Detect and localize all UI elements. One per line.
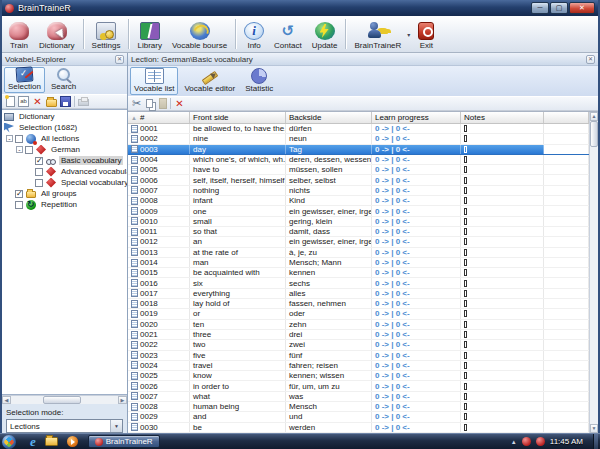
tree-expander-icon[interactable]: -	[6, 135, 13, 142]
start-button[interactable]	[2, 435, 16, 449]
tab-search[interactable]: Search	[47, 67, 80, 93]
table-row[interactable]: 0014manMensch; Mann0 -> | 0 <-	[128, 258, 589, 268]
table-row[interactable]: 0016sixsechs0 -> | 0 <-	[128, 278, 589, 288]
tree-expander-icon[interactable]: -	[16, 146, 23, 153]
scrollbar-thumb[interactable]	[590, 121, 598, 147]
table-row[interactable]: 0026in order tofür, um, um zu0 -> | 0 <-	[128, 381, 589, 391]
save-icon[interactable]	[60, 96, 71, 107]
media-player-icon[interactable]	[67, 436, 78, 447]
table-row[interactable]: 0007nothingnichts0 -> | 0 <-	[128, 186, 589, 196]
tree-checkbox[interactable]	[15, 201, 23, 209]
tree-item-german[interactable]: -German	[2, 144, 127, 155]
scroll-right-icon[interactable]: ▶	[118, 396, 127, 404]
minimize-button[interactable]: ─	[531, 2, 549, 14]
table-row[interactable]: 0012anein gewisser, einer, irgend...0 ->…	[128, 237, 589, 247]
table-row[interactable]: 0017everythingalles0 -> | 0 <-	[128, 289, 589, 299]
library-button[interactable]: Library	[132, 17, 166, 51]
tray-up-arrow-icon[interactable]: ▲	[511, 439, 517, 445]
scrollbar-thumb[interactable]	[43, 396, 81, 404]
table-row[interactable]: 0027whatwas0 -> | 0 <-	[128, 392, 589, 402]
tab-statistic[interactable]: Statistic	[241, 67, 277, 95]
table-row[interactable]: 0006self, itself, herself, himselfselber…	[128, 175, 589, 185]
table-row[interactable]: 0004which one's, of which, wh...deren, d…	[128, 155, 589, 165]
explorer-close-icon[interactable]: ✕	[115, 55, 124, 64]
settings-button[interactable]: Settings	[87, 17, 126, 51]
table-row[interactable]: 0024travelfahren; reisen0 -> | 0 <-	[128, 361, 589, 371]
tree-checkbox[interactable]	[35, 168, 43, 176]
cut-icon[interactable]	[132, 98, 143, 109]
tab-selection[interactable]: Selection	[4, 67, 45, 93]
dropdown-arrow-icon[interactable]: ▼	[110, 420, 122, 432]
table-row[interactable]: 0021threedrei0 -> | 0 <-	[128, 330, 589, 340]
taskbar-app-button[interactable]: BrainTraineR	[88, 435, 160, 448]
table-row[interactable]: 0010smallgering, klein0 -> | 0 <-	[128, 217, 589, 227]
scroll-left-icon[interactable]: ◀	[2, 396, 11, 404]
update-button[interactable]: Update	[307, 17, 343, 51]
tree-item-advanced-vocabulary[interactable]: Advanced vocabulary	[2, 166, 127, 177]
tray-app-icon-1[interactable]	[522, 437, 531, 446]
exit-button[interactable]: Exit	[411, 17, 441, 51]
table-row[interactable]: 0022twozwei0 -> | 0 <-	[128, 340, 589, 350]
train-button[interactable]: Train	[4, 17, 34, 51]
table-row[interactable]: 0009oneein gewisser, einer, irgend...0 -…	[128, 206, 589, 216]
table-vertical-scrollbar[interactable]: ▲ ▼	[589, 112, 598, 433]
table-row[interactable]: 0025knowkennen; wissen0 -> | 0 <-	[128, 371, 589, 381]
tray-app-icon-2[interactable]	[536, 437, 545, 446]
table-row[interactable]: 0020tenzehn0 -> | 0 <-	[128, 320, 589, 330]
vocable-bourse-button[interactable]: Vocable bourse	[167, 17, 232, 51]
braintrainer-button[interactable]: BrainTraineR	[349, 17, 406, 51]
tree-checkbox[interactable]	[15, 190, 23, 198]
lection-close-icon[interactable]: ✕	[586, 55, 595, 64]
new-item-icon[interactable]	[6, 96, 15, 107]
rename-icon[interactable]	[18, 96, 29, 107]
open-folder-icon[interactable]	[46, 99, 57, 107]
close-button[interactable]: ✕	[569, 2, 595, 14]
column-header-backside[interactable]: Backside	[286, 112, 372, 123]
tree-item-dictionary[interactable]: Dictionary	[2, 111, 127, 122]
table-row[interactable]: 0015be acquainted withkennen0 -> | 0 <-	[128, 268, 589, 278]
table-row[interactable]: 0008infantKind0 -> | 0 <-	[128, 196, 589, 206]
table-row[interactable]: 0013at the rate ofà, je, zu0 -> | 0 <-	[128, 248, 589, 258]
dictionary-button[interactable]: Dictionary	[34, 17, 80, 51]
scroll-down-icon[interactable]: ▼	[590, 424, 598, 433]
column-header-[interactable]: ▲#	[128, 112, 190, 123]
tree-item-repetition[interactable]: Repetition	[2, 199, 127, 210]
table-row[interactable]: 0018lay hold offassen, nehmen0 -> | 0 <-	[128, 299, 589, 309]
show-desktop-button[interactable]	[593, 434, 598, 449]
tab-vocable-list[interactable]: Vocable list	[130, 67, 178, 95]
table-row[interactable]: 0029andund0 -> | 0 <-	[128, 412, 589, 422]
maximize-button[interactable]: ▢	[550, 2, 568, 14]
file-explorer-icon[interactable]	[45, 437, 58, 446]
tree-horizontal-scrollbar[interactable]: ◀ ▶	[2, 395, 127, 404]
table-row[interactable]: 0028human beingMensch0 -> | 0 <-	[128, 402, 589, 412]
tree-checkbox[interactable]	[35, 179, 43, 187]
table-row[interactable]: 0023fivefünf0 -> | 0 <-	[128, 351, 589, 361]
table-row[interactable]: 0001be allowed to, to have the...dürfen0…	[128, 124, 589, 134]
tree-checkbox[interactable]	[15, 135, 23, 143]
table-row[interactable]: 0005have tomüssen, sollen0 -> | 0 <-	[128, 165, 589, 175]
selection-mode-dropdown[interactable]: Lections ▼	[6, 419, 123, 433]
tree-item-all-lections[interactable]: -All lections	[2, 133, 127, 144]
tree-item-basic-vocabulary[interactable]: Basic vocabulary	[2, 155, 127, 166]
delete-icon[interactable]	[32, 96, 43, 107]
table-row[interactable]: 0002nineneun0 -> | 0 <-	[128, 134, 589, 144]
column-header-notes[interactable]: Notes	[461, 112, 544, 123]
column-header-learn-progress[interactable]: Learn progress	[372, 112, 461, 123]
table-row[interactable]: 0011so thatdamit, dass0 -> | 0 <-	[128, 227, 589, 237]
tree-item-all-groups[interactable]: All groups	[2, 188, 127, 199]
table-row[interactable]: 0030bewerden0 -> | 0 <-	[128, 423, 589, 433]
info-button[interactable]: Info	[239, 17, 269, 51]
tab-vocable-editor[interactable]: Vocable editor	[180, 67, 239, 95]
delete-row-icon[interactable]	[174, 98, 185, 109]
taskbar-clock[interactable]: 11:45 AM	[550, 437, 587, 446]
column-header-front-side[interactable]: Front side	[190, 112, 286, 123]
tree-item-selection-1682[interactable]: Selection (1682)	[2, 122, 127, 133]
internet-explorer-icon[interactable]: e	[30, 435, 36, 448]
tree-checkbox[interactable]	[25, 146, 33, 154]
tree-checkbox[interactable]	[35, 157, 43, 165]
scroll-up-icon[interactable]: ▲	[590, 112, 598, 121]
tree-item-special-vocabulary[interactable]: Special vocabulary	[2, 177, 127, 188]
contact-button[interactable]: Contact	[269, 17, 307, 51]
copy-icon[interactable]	[146, 99, 153, 108]
table-row[interactable]: 0019oroder0 -> | 0 <-	[128, 309, 589, 319]
